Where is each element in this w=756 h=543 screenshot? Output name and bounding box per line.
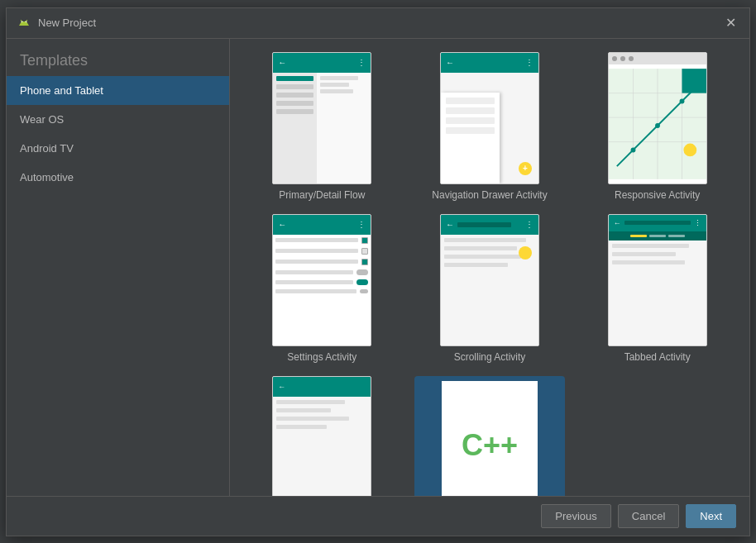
title-bar: New Project ✕ <box>7 8 749 39</box>
sidebar-item-phone-tablet[interactable]: Phone and Tablet <box>7 76 229 105</box>
template-label-settings: Settings Activity <box>287 351 356 363</box>
dots-icon4: ⋮ <box>525 220 534 229</box>
template-preview-native-cpp: C++ <box>440 379 539 496</box>
title-bar-left: New Project <box>17 16 96 31</box>
main-content: Templates Phone and Tablet Wear OS Andro… <box>7 39 749 496</box>
sidebar-item-automotive[interactable]: Automotive <box>7 163 229 192</box>
template-label-tabbed: Tabbed Activity <box>624 351 691 363</box>
tab-indicators <box>609 231 706 241</box>
template-preview-primary-detail: ← ⋮ <box>272 52 371 184</box>
sidebar-header: Templates <box>7 39 229 76</box>
template-label-nav-drawer: Navigation Drawer Activity <box>432 189 547 201</box>
back-arrow-icon2: ← <box>446 58 454 67</box>
svg-rect-16 <box>682 69 706 93</box>
cancel-button[interactable]: Cancel <box>618 504 679 528</box>
next-button[interactable]: Next <box>686 504 736 528</box>
fab-button: + <box>519 162 532 175</box>
dialog-title: New Project <box>38 17 96 29</box>
template-tabbed[interactable]: ← ⋮ <box>581 214 733 363</box>
template-label-scrolling: Scrolling Activity <box>454 351 526 363</box>
dots-icon2: ⋮ <box>525 58 534 67</box>
svg-point-14 <box>655 123 660 128</box>
responsive-chart-icon <box>609 64 706 183</box>
template-navigation-drawer[interactable]: ← ⋮ + Navigati <box>414 52 566 201</box>
sidebar: Templates Phone and Tablet Wear OS Andro… <box>7 39 230 496</box>
template-preview-tabbed: ← ⋮ <box>608 214 707 346</box>
template-fragment-viewmodel[interactable]: ← Fragment + ViewModel <box>246 376 398 496</box>
back-arrow-icon4: ← <box>446 220 454 229</box>
template-label-responsive: Responsive Activity <box>615 189 700 201</box>
template-preview-fragment: ← <box>272 376 371 496</box>
new-project-dialog: New Project ✕ Templates Phone and Tablet… <box>6 7 750 536</box>
svg-marker-0 <box>19 21 29 26</box>
cpp-logo-icon: C++ <box>462 428 518 463</box>
back-arrow-icon: ← <box>278 58 286 67</box>
template-preview-settings: ← ⋮ <box>272 214 371 346</box>
previous-button[interactable]: Previous <box>541 504 611 528</box>
template-native-cpp[interactable]: C++ Native C++ <box>414 376 566 496</box>
dots-icon3: ⋮ <box>357 220 366 229</box>
template-responsive[interactable]: Responsive Activity <box>581 52 733 201</box>
template-preview-responsive <box>608 52 707 184</box>
template-scrolling[interactable]: ← ⋮ Scrolling Activity <box>414 214 566 363</box>
bottom-bar: Previous Cancel Next <box>7 496 749 536</box>
sidebar-item-android-tv[interactable]: Android TV <box>7 134 229 163</box>
template-preview-scrolling: ← ⋮ <box>440 214 539 346</box>
sidebar-item-wear-os[interactable]: Wear OS <box>7 105 229 134</box>
svg-line-4 <box>26 20 27 21</box>
svg-point-15 <box>679 98 684 103</box>
android-icon <box>17 16 31 31</box>
templates-grid: ← ⋮ <box>230 39 749 496</box>
template-primary-detail-flow[interactable]: ← ⋮ <box>246 52 398 201</box>
scroll-fab-icon <box>519 246 532 260</box>
template-preview-navigation-drawer: ← ⋮ + <box>440 52 539 184</box>
template-settings[interactable]: ← ⋮ <box>246 214 398 363</box>
nav-drawer <box>441 93 500 183</box>
dots-icon: ⋮ <box>357 58 366 67</box>
cpp-logo-container: C++ <box>442 381 538 496</box>
svg-point-13 <box>630 147 635 152</box>
back-arrow-icon3: ← <box>278 220 286 229</box>
svg-point-17 <box>683 143 696 156</box>
svg-line-3 <box>21 20 22 21</box>
content-area: ← ⋮ <box>230 39 749 496</box>
template-label-primary-detail: Primary/Detail Flow <box>279 189 365 201</box>
close-button[interactable]: ✕ <box>722 15 739 31</box>
